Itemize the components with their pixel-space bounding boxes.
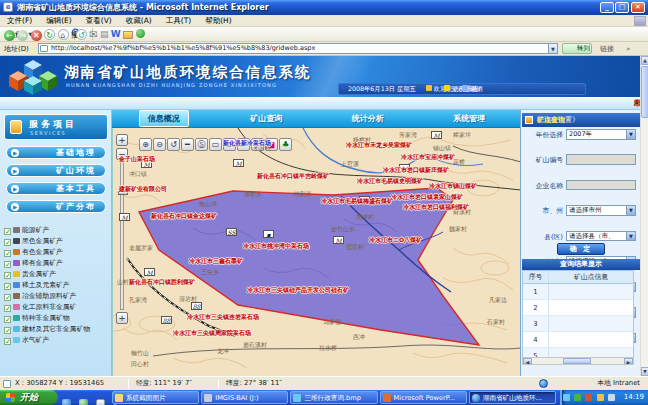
map-tool-button[interactable]: ⊕	[139, 138, 152, 151]
start-button[interactable]: 开始	[0, 390, 58, 405]
map-tool-button[interactable]: ▭	[209, 138, 222, 151]
sidebar-category-button[interactable]: ▶ 矿产分布	[6, 200, 106, 213]
sidebar-category-button[interactable]: ▶ 基本工具	[6, 182, 106, 195]
layer-row[interactable]: ✓贵金属矿产	[4, 262, 110, 272]
taskbar-task-button[interactable]: Microsoft PowerP...	[380, 391, 467, 404]
mine-label[interactable]: 冷水江市毛易镇梅盛石煤矿	[321, 197, 393, 206]
table-row[interactable]: 3	[523, 316, 633, 332]
table-row[interactable]: 2	[523, 300, 633, 316]
mine-marker[interactable]: M	[119, 213, 130, 221]
sidebar-category-button[interactable]: ▶ 基础地理	[6, 146, 106, 159]
mine-marker[interactable]: 88	[161, 316, 172, 324]
tray-display-icon[interactable]	[608, 394, 615, 401]
nav-tab[interactable]: 矿山查询	[242, 111, 290, 126]
field-control[interactable]: 请选择市州 ▼	[566, 205, 636, 216]
folders-button[interactable]	[123, 28, 133, 41]
print-button[interactable]: ▤	[100, 28, 109, 41]
mine-label[interactable]: 新化县石冲口镇半吉岭煤矿	[257, 172, 329, 181]
mine-label[interactable]: 冷水江市三鑫石墨矿	[189, 257, 243, 266]
zoom-in-button[interactable]: +	[116, 134, 128, 146]
field-control[interactable]: 2007年 ▼	[566, 129, 636, 140]
mine-marker[interactable]: ▪	[263, 230, 274, 238]
map-tool-button[interactable]: ♣	[279, 138, 292, 151]
quick-launch-desktop-icon[interactable]	[96, 399, 105, 405]
map-tool-button[interactable]: ⊖	[153, 138, 166, 151]
mine-label[interactable]: 新化县石冲口镇金达煤矿	[151, 212, 217, 221]
menu-item[interactable]: 工具(T)	[159, 15, 198, 27]
nav-tab[interactable]: 信息概况	[139, 110, 189, 127]
mine-label[interactable]: 冷水江市岩口镇福利煤矿	[403, 203, 469, 212]
layer-row[interactable]: ✓有色金属矿产	[4, 240, 110, 250]
mine-marker[interactable]: M	[333, 236, 344, 244]
dropdown-arrow-icon[interactable]: ▼	[626, 130, 635, 139]
layer-row[interactable]: ✓水气矿产	[4, 328, 110, 338]
nav-tab[interactable]: 统计分析	[344, 111, 392, 126]
table-row[interactable]: 4	[523, 332, 633, 348]
close-button[interactable]: ✕	[631, 2, 645, 13]
dropdown-arrow-icon[interactable]: ▼	[626, 232, 635, 241]
stop-button[interactable]: ✕	[31, 28, 42, 41]
mine-label[interactable]: 冷水江市岩口镇新庄煤矿	[383, 166, 449, 175]
address-dropdown-button[interactable]: ▼	[548, 43, 558, 54]
mine-label[interactable]: 冷水江市三尖镇连岩采石场	[187, 313, 259, 322]
mine-label[interactable]: 冷水江市三尖镇周家院采石场	[173, 329, 251, 338]
menu-item[interactable]: 收藏(A)	[119, 15, 159, 27]
page-vertical-scrollbar[interactable]: ▲ ▼	[640, 56, 648, 376]
map-tool-button[interactable]: Ⓢ	[195, 138, 208, 151]
menu-item[interactable]: 帮助(H)	[198, 15, 239, 27]
mine-label[interactable]: 新化县石冲口镇胜利煤矿	[129, 278, 195, 287]
logout-link[interactable]: 注销	[458, 84, 474, 94]
dropdown-arrow-icon[interactable]: ▼	[626, 206, 635, 215]
vertical-scroll-thumb[interactable]	[641, 66, 648, 118]
layer-row[interactable]: ✓稀土及元素矿产	[4, 273, 110, 283]
scroll-left-arrow[interactable]: ◀	[523, 358, 532, 364]
scroll-down-arrow[interactable]: ▼	[641, 367, 648, 376]
mine-label[interactable]: 冷水江市毛易镇史明煤矿	[357, 177, 423, 186]
messenger-button[interactable]	[136, 28, 145, 41]
tray-antivirus-icon[interactable]	[574, 394, 581, 401]
mine-label[interactable]: 冷水江市岩口镇袁家山煤矿	[391, 193, 463, 202]
layer-row[interactable]: ✓能源矿产	[4, 218, 110, 228]
links-label[interactable]: 链接	[600, 42, 614, 56]
history-button[interactable]: ↺	[76, 28, 87, 41]
layer-row[interactable]: ✓冶金辅助原料矿产	[4, 284, 110, 294]
mine-label[interactable]: 冷水江市三尖镇硅产品开发公司硅石矿	[247, 286, 349, 295]
map-canvas[interactable]: + − + ⊕⊖↺━Ⓢ▭▱➤╱◪♣ MMMMMMMMSS▪8888 小岩村杨桥村…	[112, 128, 520, 376]
minimize-button[interactable]: _	[600, 2, 614, 13]
layer-row[interactable]: ✓化工原料非金属矿	[4, 295, 110, 305]
table-row[interactable]: 1	[523, 284, 633, 300]
map-tool-button[interactable]: ↺	[167, 138, 180, 151]
menu-item[interactable]: 查看(V)	[79, 15, 119, 27]
menu-item[interactable]: 文件(F)	[0, 15, 39, 27]
refresh-button[interactable]: ↻	[44, 28, 55, 41]
taskbar-task-button[interactable]: 湖南省矿山地质环...	[469, 391, 556, 404]
scroll-right-arrow[interactable]: ▶	[624, 358, 633, 364]
field-control[interactable]: ▼	[566, 180, 636, 191]
tray-security-icon[interactable]	[585, 394, 592, 401]
mine-marker[interactable]: M	[233, 159, 244, 167]
layer-row[interactable]: ✓稀有金属矿产	[4, 251, 110, 261]
taskbar-task-button[interactable]: IMGIS-BAI (J:)	[201, 391, 288, 404]
quick-launch-ie-icon[interactable]	[62, 399, 71, 405]
mine-label[interactable]: 建新矿业有限公司	[119, 185, 167, 194]
links-chevron[interactable]: »	[626, 42, 630, 56]
tray-volume-icon[interactable]	[597, 394, 604, 401]
address-input[interactable]: http://localhost/%e7%9f%bf%e5%b1%b1%e5%8…	[38, 43, 558, 54]
home-button[interactable]: ⌂	[58, 28, 69, 41]
mine-label[interactable]: 冷水江市桃冲湾中采石场	[243, 242, 309, 251]
zoom-in-bottom-button[interactable]: +	[116, 312, 128, 324]
mine-marker[interactable]: M	[144, 268, 155, 276]
back-button[interactable]: ← 后退 ▼	[4, 28, 15, 41]
mine-label[interactable]: 冷水江市二O八煤矿	[369, 236, 422, 245]
mine-label[interactable]: 冷水江市禾龙乡吴家煤矿	[346, 141, 412, 150]
quick-launch-messenger-icon[interactable]	[79, 399, 88, 405]
mail-button[interactable]: ✉	[89, 28, 97, 41]
nav-tab[interactable]: 系统管理	[445, 111, 493, 126]
field-control[interactable]: ▼	[566, 154, 636, 165]
go-button[interactable]: ➔ 转到	[562, 43, 592, 54]
forward-button[interactable]: → ▼	[17, 28, 28, 41]
map-tool-button[interactable]: ━	[181, 138, 194, 151]
edit-button[interactable]: W	[111, 28, 121, 41]
change-password-link[interactable]: 更改密码	[440, 84, 456, 94]
sidebar-category-button[interactable]: ▶ 矿山环境	[6, 164, 106, 177]
